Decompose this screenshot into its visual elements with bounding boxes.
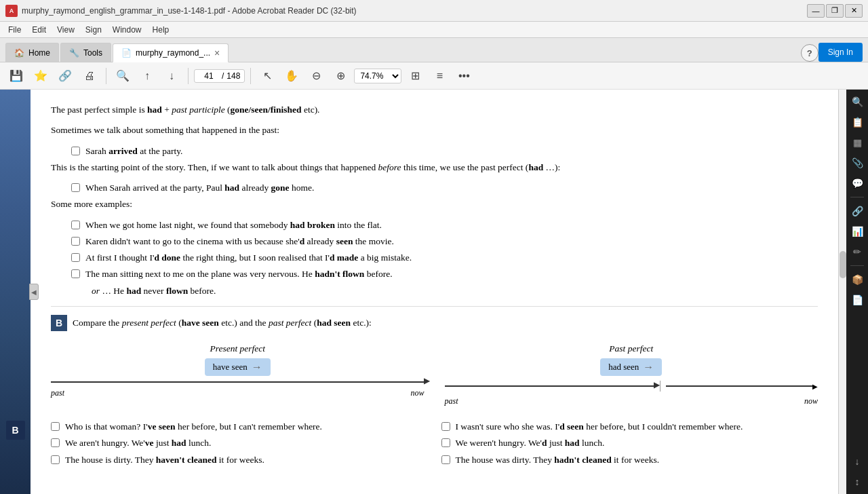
example6-text: The man sitting next to me on the plane … bbox=[85, 267, 393, 281]
select-tool-button[interactable]: ↖ bbox=[256, 66, 278, 86]
example4-checkbox[interactable] bbox=[71, 237, 80, 246]
present-timeline-line bbox=[51, 381, 425, 383]
rp-down-button[interactable]: ↓ bbox=[848, 452, 867, 471]
tab-close-icon[interactable]: × bbox=[214, 48, 220, 58]
present-ex2-checkbox[interactable] bbox=[51, 438, 60, 447]
past-perfect-label: Past perfect bbox=[609, 342, 653, 356]
rp-link-button[interactable]: 🔗 bbox=[848, 202, 867, 221]
timeline-container: Present perfect have seen → past now bbox=[51, 342, 818, 406]
prev-page-button[interactable]: ↑ bbox=[136, 66, 158, 86]
present-examples-col: Who is that woman? I've seen her before,… bbox=[51, 417, 428, 470]
left-sidebar: ◀ B bbox=[0, 90, 31, 494]
example5-checkbox[interactable] bbox=[71, 253, 80, 262]
present-ex3: The house is dirty. They haven't cleaned… bbox=[51, 453, 428, 467]
tab-document[interactable]: 📄 murphy_raymond_... × bbox=[113, 43, 229, 62]
title-bar: A murphy_raymond_english_grammar_in_use-… bbox=[0, 0, 868, 22]
share-button[interactable]: 🔗 bbox=[54, 66, 76, 86]
present-perfect-label: Present perfect bbox=[210, 342, 265, 356]
menu-file[interactable]: File bbox=[3, 24, 26, 36]
example6-checkbox[interactable] bbox=[71, 269, 80, 278]
tab-home-label: Home bbox=[28, 48, 50, 58]
past-timeline-line-1 bbox=[445, 385, 654, 387]
rp-thumbnails-button[interactable]: ▦ bbox=[848, 133, 867, 152]
past-label-row: Past perfect bbox=[445, 342, 818, 356]
present-ex1-checkbox[interactable] bbox=[51, 422, 60, 431]
section-b-content: B Compare the present perfect (have seen… bbox=[51, 315, 818, 470]
collapse-panel-button[interactable]: ◀ bbox=[29, 284, 39, 300]
menu-edit[interactable]: Edit bbox=[26, 24, 52, 36]
past-arrow: → bbox=[643, 361, 654, 373]
present-ex2-text: We aren't hungry. We've just had lunch. bbox=[65, 436, 211, 450]
page-navigation: 41 / 148 bbox=[194, 69, 245, 83]
page-input[interactable]: 41 bbox=[199, 71, 219, 81]
more-tools-button[interactable]: ••• bbox=[453, 66, 475, 86]
hand-tool-button[interactable]: ✋ bbox=[281, 66, 302, 86]
intro-examples: (gone/seen/finished etc). bbox=[225, 104, 320, 115]
minimize-button[interactable]: — bbox=[807, 4, 825, 18]
rp-layers-button[interactable]: 📊 bbox=[848, 222, 867, 241]
present-axis-right: now bbox=[410, 388, 424, 398]
more-examples-list: When we got home last night, we found th… bbox=[51, 218, 818, 298]
menu-view[interactable]: View bbox=[52, 24, 80, 36]
help-button[interactable]: ? bbox=[801, 44, 818, 62]
past-ex3-checkbox[interactable] bbox=[441, 455, 450, 464]
past-examples-col: I wasn't sure who she was. I'd seen her … bbox=[441, 417, 818, 470]
present-ex2: We aren't hungry. We've just had lunch. bbox=[51, 436, 428, 450]
para1-text: Sometimes we talk about something that h… bbox=[51, 125, 279, 135]
next-page-button[interactable]: ↓ bbox=[161, 66, 182, 86]
rp-document-button[interactable]: 📄 bbox=[848, 290, 867, 309]
rp-export-button[interactable]: 📦 bbox=[848, 270, 867, 289]
or-line: or … He had never flown before. bbox=[71, 284, 818, 298]
example1-row: Sarah arrived at the party. bbox=[51, 145, 818, 158]
past-ex1-text: I wasn't sure who she was. I'd seen her … bbox=[456, 420, 743, 434]
past-ex1-checkbox[interactable] bbox=[441, 422, 450, 431]
close-button[interactable]: ✕ bbox=[845, 4, 863, 18]
tab-tools[interactable]: 🔧 Tools bbox=[60, 43, 111, 62]
present-ex3-checkbox[interactable] bbox=[51, 455, 60, 464]
zoom-out-button[interactable]: 🔍 bbox=[112, 66, 134, 86]
menu-window[interactable]: Window bbox=[107, 24, 147, 36]
tab-home[interactable]: 🏠 Home bbox=[5, 43, 59, 62]
past-ex3: The house was dirty. They hadn't cleaned… bbox=[441, 453, 818, 467]
home-icon: 🏠 bbox=[14, 48, 24, 58]
separator-2 bbox=[188, 68, 189, 84]
rp-attach-button[interactable]: 📎 bbox=[848, 153, 867, 172]
example2-checkbox[interactable] bbox=[71, 183, 80, 192]
section-divider bbox=[51, 306, 818, 307]
example6-row: The man sitting next to me on the plane … bbox=[71, 267, 818, 281]
zoom-plus-button[interactable]: ⊕ bbox=[330, 66, 351, 86]
past-ex2-checkbox[interactable] bbox=[441, 438, 450, 447]
zoom-select[interactable]: 74.7% 50% 75% 100% 125% 150% bbox=[354, 69, 401, 83]
save-button[interactable]: 💾 bbox=[5, 66, 27, 86]
rp-scan-button[interactable]: 📋 bbox=[848, 113, 867, 132]
separator-3 bbox=[250, 68, 251, 84]
section-b-header-row: B Compare the present perfect (have seen… bbox=[51, 315, 818, 331]
rp-separator-2 bbox=[850, 265, 864, 266]
more-examples-text: Some more examples: bbox=[51, 199, 132, 209]
zoom-minus-button[interactable]: ⊖ bbox=[305, 66, 327, 86]
scroll-mode-button[interactable]: ≡ bbox=[429, 66, 450, 86]
present-perfect-timeline: Present perfect have seen → past now bbox=[51, 342, 425, 406]
sign-in-button[interactable]: Sign In bbox=[818, 43, 863, 62]
scroll-track[interactable] bbox=[838, 90, 846, 494]
bookmark-button[interactable]: ⭐ bbox=[30, 66, 52, 86]
section-b-marker: B bbox=[6, 421, 25, 440]
example1-checkbox[interactable] bbox=[71, 147, 80, 155]
example3-checkbox[interactable] bbox=[71, 221, 80, 229]
scroll-thumb[interactable] bbox=[840, 251, 846, 278]
rp-edit-button[interactable]: ✏ bbox=[848, 242, 867, 261]
pdf-icon: 📄 bbox=[121, 48, 132, 58]
rp-search-button[interactable]: 🔍 bbox=[848, 92, 867, 111]
rp-expand-button[interactable]: ↕ bbox=[848, 472, 867, 491]
menu-sign[interactable]: Sign bbox=[80, 24, 107, 36]
present-arrow: → bbox=[252, 361, 262, 373]
view-mode-button[interactable]: ⊞ bbox=[404, 66, 426, 86]
example4-text: Karen didn't want to go to the cinema wi… bbox=[85, 235, 394, 248]
menu-help[interactable]: Help bbox=[147, 24, 175, 36]
print-button[interactable]: 🖨 bbox=[79, 66, 100, 86]
restore-button[interactable]: ❐ bbox=[826, 4, 844, 18]
intro-plus: + bbox=[162, 104, 172, 115]
app-icon: A bbox=[5, 5, 18, 17]
rp-comment-button[interactable]: 💬 bbox=[848, 174, 867, 193]
toolbar: 💾 ⭐ 🔗 🖨 🔍 ↑ ↓ 41 / 148 ↖ ✋ ⊖ ⊕ 74.7% 50%… bbox=[0, 62, 868, 90]
